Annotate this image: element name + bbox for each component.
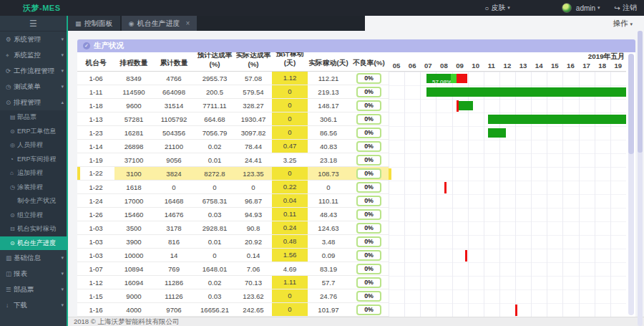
table-row[interactable]: 1-22310038248272.8123.350108.730% <box>77 167 389 181</box>
logout-button[interactable]: ↪ 注销 <box>615 3 637 13</box>
defect-rate-button[interactable]: 0% <box>356 305 381 315</box>
defect-rate-button[interactable]: 0% <box>356 264 381 274</box>
user-menu[interactable]: admin ▾ <box>576 4 600 12</box>
sidebar-item-测试菜单[interactable]: ◷测试菜单▾ <box>0 79 67 95</box>
sidebar-item-label: 测试菜单 <box>14 82 41 92</box>
table-header-row: 机台号排程数量累计数量预计达成率(%)实际达成率(%)预计稼动(天)实际稼动(天… <box>77 52 389 72</box>
machine-cell: 1-12 <box>77 279 114 287</box>
sidebar-item-部品票[interactable]: ▤部品票 <box>0 110 67 125</box>
tab-控制面板[interactable]: ▦控制面板 <box>68 16 120 31</box>
value-cell: 0% <box>349 87 389 97</box>
value-cell: 0% <box>349 155 389 166</box>
column-header-预计达成率(%): 预计达成率(%) <box>195 52 235 71</box>
defect-rate-button[interactable]: 0% <box>356 277 381 288</box>
sidebar-item-机台实时稼动[interactable]: ⊟机台实时稼动 <box>0 222 67 236</box>
defect-rate-button[interactable]: 0% <box>356 155 381 166</box>
defect-rate-button[interactable]: 0% <box>356 196 381 206</box>
sidebar-item-系统管理[interactable]: ⚙系统管理▾ <box>0 32 67 47</box>
table-row[interactable]: 1-06834947662955.7357.081.12112.210% <box>77 72 389 85</box>
defect-rate-button[interactable]: 0% <box>356 223 381 234</box>
page-scrollbar[interactable] <box>638 31 643 326</box>
value-cell: 664098 <box>153 88 195 96</box>
gantt-bar-green <box>426 87 626 97</box>
value-cell: 17000 <box>114 197 153 205</box>
value-cell: 31514 <box>153 102 195 110</box>
table-row[interactable]: 1-11114590664098200.5579.540219.130% <box>77 85 389 99</box>
sidebar-item-组立排程[interactable]: ⊙组立排程 <box>0 208 67 223</box>
sidebar-item-label: 工作流程管理 <box>14 67 54 76</box>
value-cell: 9600 <box>114 102 153 110</box>
value-cell: 0 <box>153 183 195 191</box>
table-row[interactable]: 1-03350031782928.8190.80.24124.630% <box>77 221 389 235</box>
defect-rate-button[interactable]: 0% <box>356 168 381 179</box>
sidebar-item-系统监控[interactable]: ⌖系统监控▾ <box>0 47 67 63</box>
page-scrollbar-thumb[interactable] <box>638 31 643 153</box>
value-cell: 124.63 <box>308 224 349 232</box>
value-cell: 242.65 <box>235 306 272 314</box>
table-row[interactable]: 1-03100001400.141.560.090% <box>77 249 389 262</box>
sidebar-item-涂装排程[interactable]: ◷涂装排程 <box>0 181 67 195</box>
chevron-down-icon: ▾ <box>507 5 510 11</box>
table-row[interactable]: 1-13572811105792664.681930.470306.10% <box>77 112 389 126</box>
defect-rate-button[interactable]: 0% <box>356 128 381 138</box>
defect-rate-button[interactable]: 0% <box>356 114 381 125</box>
defect-rate-button[interactable]: 0% <box>356 87 381 97</box>
table-row[interactable]: 1-1426898211000.0278.440.4740.830% <box>77 140 389 153</box>
gantt-bar-redtick <box>515 305 517 316</box>
table-row[interactable]: 1-2216180000.2200% <box>77 181 389 194</box>
table-row[interactable]: 1-159000111260.03123.62024.760% <box>77 289 389 303</box>
operations-dropdown[interactable]: 操作 ▾ <box>613 19 633 29</box>
table-row[interactable]: 1-2417000164686758.3196.870.04110.110% <box>77 194 389 208</box>
value-cell: 16281 <box>114 129 153 137</box>
value-cell: 20.92 <box>235 238 272 246</box>
table-row[interactable]: 1-164000970616656.21242.650101.970% <box>77 303 389 317</box>
sidebar-toggle[interactable]: ☰ <box>0 16 67 32</box>
value-cell: 26898 <box>114 143 153 150</box>
sidebar-item-ERP车间排程[interactable]: ◔ERP车间排程 <box>0 153 67 167</box>
sidebar-item-下载[interactable]: ↓下载▾ <box>0 297 67 313</box>
value-cell: 3500 <box>114 224 153 232</box>
sidebar-item-制令生产状况[interactable]: 制令生产状况 <box>0 194 67 208</box>
workflow-icon: ⟳ <box>6 67 14 75</box>
sidebar-item-label: 机台实时稼动 <box>17 224 56 234</box>
sidebar-item-报表[interactable]: ◫报表▾ <box>0 266 67 282</box>
sidebar-item-基础信息[interactable]: ▥基础信息▾ <box>0 250 67 266</box>
gantt-scrollbar-thumb[interactable] <box>628 54 634 154</box>
sidebar-item-追加排程[interactable]: ⌂追加排程 <box>0 166 67 181</box>
defect-rate-button[interactable]: 0% <box>356 182 381 193</box>
value-cell: 579.54 <box>235 88 272 96</box>
table-row[interactable]: 1-07108947691648.017.064.6983.190% <box>77 262 389 276</box>
defect-rate-button[interactable]: 0% <box>356 141 381 152</box>
sidebar-item-排程管理[interactable]: ⊙排程管理▴ <box>0 95 67 110</box>
table-row[interactable]: 1-2615460146760.0394.930.1148.430% <box>77 208 389 221</box>
sidebar-item-部品票[interactable]: ☰部品票▾ <box>0 282 67 297</box>
value-cell: 10894 <box>114 265 153 273</box>
defect-rate-button[interactable]: 0% <box>356 236 381 247</box>
close-icon[interactable]: × <box>185 19 190 27</box>
chevron-down-icon: ▾ <box>61 52 64 58</box>
value-cell: 0.24 <box>272 221 308 234</box>
column-header-实际稼动(天): 实际稼动(天) <box>308 59 349 71</box>
tab-机台生产进度[interactable]: ◉机台生产进度× <box>122 16 197 31</box>
table-row[interactable]: 1-23162815043567056.793097.82086.560% <box>77 126 389 140</box>
sidebar-item-ERP工单信息[interactable]: ⊙ERP工单信息 <box>0 125 67 139</box>
sidebar-item-人员排程[interactable]: ◎人员排程 <box>0 138 67 153</box>
avatar[interactable] <box>562 3 572 13</box>
machine-cell: 1-06 <box>77 75 114 82</box>
defect-rate-button[interactable]: 0% <box>356 291 381 302</box>
table-row[interactable]: 1-1216094112860.0270.131.1157.70% <box>77 276 389 289</box>
defect-rate-button[interactable]: 0% <box>356 73 381 84</box>
table-row[interactable]: 1-0339008160.0120.920.483.480% <box>77 235 389 249</box>
gantt-vertical-scrollbar[interactable] <box>628 54 634 315</box>
defect-rate-button[interactable]: 0% <box>356 209 381 220</box>
sidebar-item-机台生产进度[interactable]: ⊙机台生产进度 <box>0 236 67 251</box>
chevron-up-icon: ▴ <box>61 100 64 105</box>
sidebar-item-工作流程管理[interactable]: ⟳工作流程管理▾ <box>0 63 67 79</box>
table-row[interactable]: 1-189600315147711.11328.270148.170% <box>77 99 389 112</box>
defect-rate-button[interactable]: 0% <box>356 250 381 261</box>
sidebar-item-label: 组立排程 <box>17 211 43 220</box>
table-row[interactable]: 1-193710090560.0124.413.2523.180% <box>77 153 389 167</box>
gantt-day-16: 16 <box>562 62 578 71</box>
skin-switcher[interactable]: ○ 皮肤 ▾ <box>484 3 510 13</box>
defect-rate-button[interactable]: 0% <box>356 100 381 111</box>
